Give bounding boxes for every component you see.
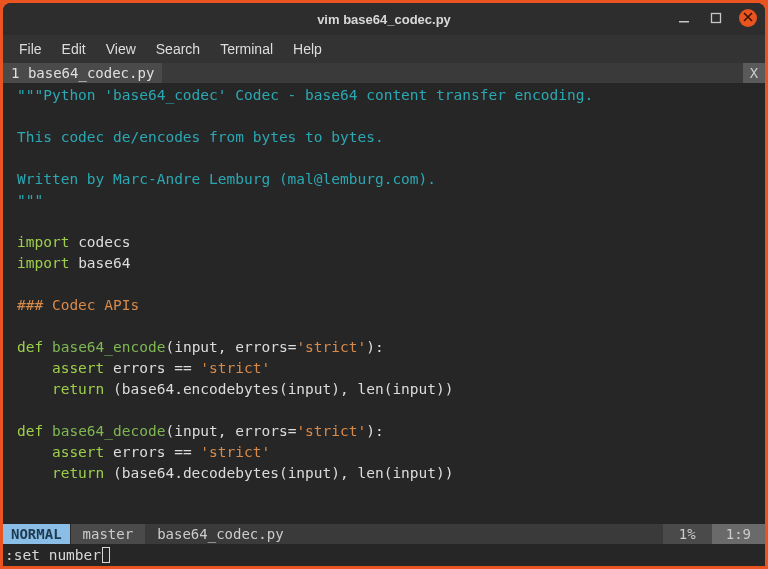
window-title: vim base64_codec.py bbox=[317, 12, 451, 27]
tab-active[interactable]: 1 base64_codec.py bbox=[3, 63, 162, 83]
statusline-mode: NORMAL bbox=[3, 524, 70, 544]
svg-rect-0 bbox=[679, 21, 689, 23]
tab-index: 1 bbox=[11, 65, 19, 81]
minimize-icon[interactable] bbox=[675, 9, 693, 27]
menu-search[interactable]: Search bbox=[148, 38, 208, 60]
svg-rect-1 bbox=[712, 14, 721, 23]
menu-view[interactable]: View bbox=[98, 38, 144, 60]
menubar: File Edit View Search Terminal Help bbox=[3, 35, 765, 63]
statusline: NORMAL master base64_codec.py 1% 1:9 bbox=[3, 524, 765, 544]
tabline-fill bbox=[162, 63, 743, 83]
statusline-percent: 1% bbox=[663, 524, 712, 544]
maximize-icon[interactable] bbox=[707, 9, 725, 27]
menu-terminal[interactable]: Terminal bbox=[212, 38, 281, 60]
statusline-position: 1:9 bbox=[712, 524, 765, 544]
cursor-icon bbox=[102, 547, 110, 563]
tabline: 1 base64_codec.py X bbox=[3, 63, 765, 83]
tab-close-button[interactable]: X bbox=[743, 63, 765, 83]
close-icon[interactable] bbox=[739, 9, 757, 27]
terminal-window: vim base64_codec.py File Edit View Searc… bbox=[3, 3, 765, 566]
editor-area[interactable]: """Python 'base64_codec' Codec - base64 … bbox=[3, 83, 765, 524]
window-controls bbox=[675, 9, 757, 27]
tab-filename: base64_codec.py bbox=[28, 65, 154, 81]
command-text: :set number bbox=[5, 547, 101, 563]
menu-help[interactable]: Help bbox=[285, 38, 330, 60]
statusline-branch: master bbox=[70, 524, 146, 544]
titlebar[interactable]: vim base64_codec.py bbox=[3, 3, 765, 35]
statusline-file: base64_codec.py bbox=[145, 524, 663, 544]
command-line[interactable]: :set number bbox=[3, 544, 765, 566]
menu-file[interactable]: File bbox=[11, 38, 50, 60]
menu-edit[interactable]: Edit bbox=[54, 38, 94, 60]
